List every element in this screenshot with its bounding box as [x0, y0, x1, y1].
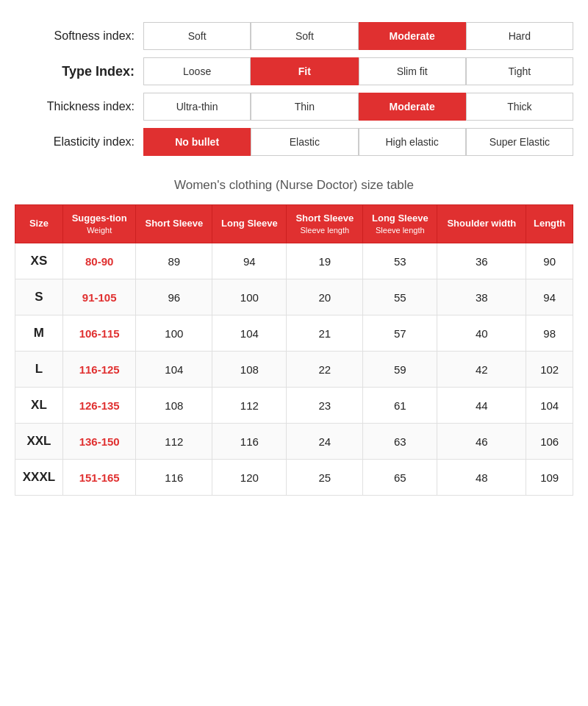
short-sleeve-len-cell: 20 [287, 279, 363, 315]
long-sleeve-cell: 108 [212, 352, 287, 388]
size-cell: XXXL [15, 460, 63, 496]
table-row: L116-125104108225942102 [15, 352, 573, 388]
shoulder-cell: 38 [437, 279, 526, 315]
weight-cell: 136-150 [62, 424, 136, 460]
index-row-2: Thickness index:Ultra-thinThinModerateTh… [15, 93, 573, 121]
index-options-1: LooseFitSlim fitTight [143, 57, 573, 85]
table-row: XXXL151-165116120256548109 [15, 460, 573, 496]
index-label-1: Type Index: [15, 64, 143, 79]
table-row: XS80-90899419533690 [15, 243, 573, 279]
short-sleeve-cell: 112 [136, 424, 212, 460]
long-sleeve-cell: 100 [212, 279, 287, 315]
weight-cell: 80-90 [62, 243, 136, 279]
length-cell: 106 [526, 424, 573, 460]
table-header-0: Size [15, 205, 63, 243]
weight-cell: 116-125 [62, 352, 136, 388]
table-header-2: Short Sleeve [136, 205, 212, 243]
index-opt-1-1[interactable]: Fit [251, 57, 358, 85]
table-row: M106-11510010421574098 [15, 315, 573, 352]
length-cell: 94 [526, 279, 573, 315]
length-cell: 102 [526, 352, 573, 388]
size-cell: XS [15, 243, 63, 279]
index-label-0: Softness index: [15, 29, 143, 43]
table-header-6: Shoulder width [437, 205, 526, 243]
index-opt-0-2[interactable]: Moderate [359, 22, 466, 50]
long-sleeve-len-cell: 61 [363, 388, 437, 424]
index-opt-3-0[interactable]: No bullet [143, 128, 251, 156]
short-sleeve-len-cell: 23 [287, 388, 363, 424]
shoulder-cell: 42 [437, 352, 526, 388]
index-opt-1-0[interactable]: Loose [143, 57, 251, 85]
length-cell: 104 [526, 388, 573, 424]
short-sleeve-cell: 104 [136, 352, 212, 388]
index-label-2: Thickness index: [15, 100, 143, 113]
index-opt-2-0[interactable]: Ultra-thin [143, 93, 251, 121]
size-cell: S [15, 279, 63, 315]
size-cell: L [15, 352, 63, 388]
long-sleeve-cell: 94 [212, 243, 287, 279]
shoulder-cell: 44 [437, 388, 526, 424]
size-cell: XL [15, 388, 63, 424]
index-opt-3-3[interactable]: Super Elastic [466, 128, 573, 156]
table-header-1: Sugges-tionWeight [62, 205, 136, 243]
index-opt-1-3[interactable]: Tight [466, 57, 573, 85]
short-sleeve-len-cell: 24 [287, 424, 363, 460]
long-sleeve-len-cell: 59 [363, 352, 437, 388]
shoulder-cell: 46 [437, 424, 526, 460]
table-header-4: Short SleeveSleeve length [287, 205, 363, 243]
size-cell: XXL [15, 424, 63, 460]
long-sleeve-cell: 120 [212, 460, 287, 496]
index-row-3: Elasticity index:No bulletElasticHigh el… [15, 128, 573, 156]
index-options-3: No bulletElasticHigh elasticSuper Elasti… [143, 128, 573, 156]
table-header-7: Length [526, 205, 573, 243]
weight-cell: 151-165 [62, 460, 136, 496]
index-label-3: Elasticity index: [15, 135, 143, 149]
table-header-5: Long SleeveSleeve length [363, 205, 437, 243]
long-sleeve-len-cell: 63 [363, 424, 437, 460]
index-opt-2-2[interactable]: Moderate [359, 93, 466, 121]
long-sleeve-cell: 104 [212, 315, 287, 352]
table-header-3: Long Sleeve [212, 205, 287, 243]
index-section: Softness index:SoftSoftModerateHardType … [15, 22, 573, 156]
short-sleeve-cell: 89 [136, 243, 212, 279]
weight-cell: 126-135 [62, 388, 136, 424]
weight-cell: 106-115 [62, 315, 136, 352]
short-sleeve-cell: 96 [136, 279, 212, 315]
index-opt-0-0[interactable]: Soft [143, 22, 251, 50]
shoulder-cell: 36 [437, 243, 526, 279]
table-row: XXL136-150112116246346106 [15, 424, 573, 460]
long-sleeve-cell: 116 [212, 424, 287, 460]
table-row: S91-1059610020553894 [15, 279, 573, 315]
shoulder-cell: 40 [437, 315, 526, 352]
index-opt-2-1[interactable]: Thin [251, 93, 358, 121]
length-cell: 90 [526, 243, 573, 279]
size-table-title: Women's clothing (Nurse Doctor) size tab… [15, 178, 573, 193]
index-opt-1-2[interactable]: Slim fit [359, 57, 466, 85]
long-sleeve-len-cell: 53 [363, 243, 437, 279]
index-opt-2-3[interactable]: Thick [466, 93, 573, 121]
table-row: XL126-135108112236144104 [15, 388, 573, 424]
index-row-0: Softness index:SoftSoftModerateHard [15, 22, 573, 50]
weight-cell: 91-105 [62, 279, 136, 315]
size-cell: M [15, 315, 63, 352]
short-sleeve-len-cell: 19 [287, 243, 363, 279]
index-opt-3-2[interactable]: High elastic [359, 128, 466, 156]
short-sleeve-cell: 108 [136, 388, 212, 424]
long-sleeve-len-cell: 55 [363, 279, 437, 315]
index-row-1: Type Index:LooseFitSlim fitTight [15, 57, 573, 85]
long-sleeve-len-cell: 57 [363, 315, 437, 352]
long-sleeve-cell: 112 [212, 388, 287, 424]
length-cell: 98 [526, 315, 573, 352]
length-cell: 109 [526, 460, 573, 496]
index-opt-0-1[interactable]: Soft [251, 22, 358, 50]
short-sleeve-cell: 116 [136, 460, 212, 496]
shoulder-cell: 48 [437, 460, 526, 496]
table-header: SizeSugges-tionWeightShort SleeveLong Sl… [15, 205, 573, 243]
index-opt-3-1[interactable]: Elastic [251, 128, 358, 156]
index-opt-0-3[interactable]: Hard [466, 22, 573, 50]
long-sleeve-len-cell: 65 [363, 460, 437, 496]
short-sleeve-len-cell: 25 [287, 460, 363, 496]
short-sleeve-len-cell: 22 [287, 352, 363, 388]
short-sleeve-len-cell: 21 [287, 315, 363, 352]
short-sleeve-cell: 100 [136, 315, 212, 352]
